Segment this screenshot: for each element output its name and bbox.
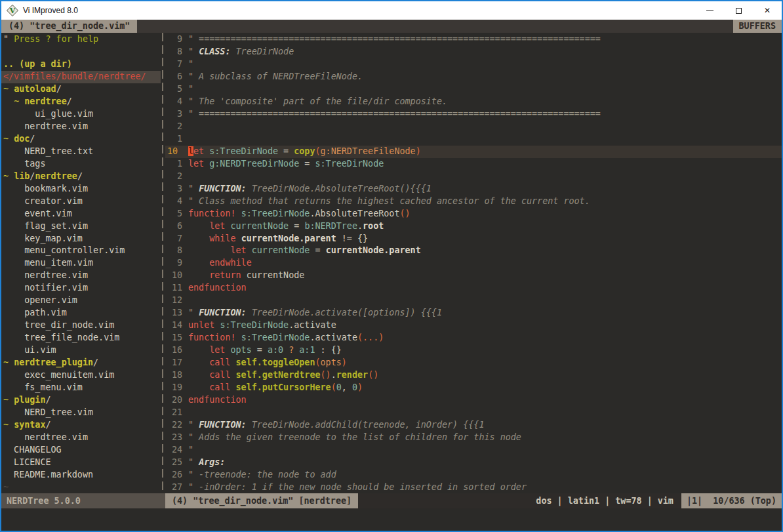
nerdtree-line[interactable]: flag_set.vim — [1, 220, 161, 233]
code-text: " — [188, 444, 193, 457]
nerdtree-line[interactable]: ~ doc/ — [1, 133, 161, 146]
code-line[interactable]: 14unlet s:TreeDirNode.activate — [165, 319, 782, 332]
nerdtree-line[interactable]: CHANGELOG — [1, 444, 161, 457]
line-number: 13 — [165, 307, 188, 319]
code-line[interactable]: 13" FUNCTION: TreeDirNode.activate([opti… — [165, 307, 782, 319]
nerdtree-line[interactable]: tree_file_node.vim — [1, 332, 161, 344]
syntax-token: " — [188, 445, 193, 455]
nerdtree-line[interactable]: menu_item.vim — [1, 257, 161, 270]
syntax-token: nerdtree — [24, 96, 67, 106]
nerdtree-line[interactable] — [1, 46, 161, 58]
code-line[interactable]: 12 — [165, 295, 782, 307]
nerdtree-line[interactable]: README.markdown — [1, 469, 161, 481]
line-number: 3 — [165, 183, 188, 195]
syntax-token — [231, 382, 236, 392]
code-line[interactable]: 2 — [165, 171, 782, 183]
code-line[interactable]: 3" =====================================… — [165, 108, 782, 121]
code-line[interactable]: 7 while currentNode.parent != {} — [165, 233, 782, 245]
syntax-token: ~ — [3, 482, 9, 492]
code-line[interactable]: 8" CLASS: TreeDirNode — [165, 46, 782, 58]
nerdtree-line[interactable]: notifier.vim — [1, 282, 161, 295]
code-line[interactable]: 24" — [165, 444, 782, 457]
nerdtree-line[interactable]: ui.vim — [1, 344, 161, 357]
code-line[interactable]: 23" Adds the given treenode to the list … — [165, 432, 782, 444]
code-line[interactable]: 9" =====================================… — [165, 33, 782, 46]
code-line[interactable]: 6 let currentNode = b:NERDTree.root — [165, 220, 782, 233]
syntax-token: ~ — [3, 358, 14, 367]
code-text — [188, 295, 193, 307]
syntax-token: ~ — [3, 84, 14, 94]
window-separator[interactable] — [161, 33, 165, 493]
syntax-token: 0 — [336, 382, 342, 392]
nerdtree-line[interactable]: tree_dir_node.vim — [1, 319, 161, 332]
code-line[interactable]: 26" -treenode: the node to add — [165, 469, 782, 481]
close-button[interactable]: ✕ — [753, 1, 782, 20]
code-text: function! s:TreeDirNode.activate(...) — [188, 332, 384, 344]
code-line[interactable]: 2 — [165, 121, 782, 133]
code-line[interactable]: 16 let opts = a:0 ? a:1 : {} — [165, 344, 782, 357]
nerdtree-line[interactable]: creator.vim — [1, 195, 161, 208]
nerdtree-line[interactable]: " Press ? for help — [1, 33, 161, 46]
nerdtree-line[interactable]: ~ nerdtree/ — [1, 96, 161, 108]
code-line[interactable]: 9 endwhile — [165, 257, 782, 270]
minimize-button[interactable] — [695, 1, 724, 20]
nerdtree-line[interactable]: exec_menuitem.vim — [1, 369, 161, 382]
code-line[interactable]: 7" — [165, 58, 782, 71]
code-line[interactable]: 20endfunction — [165, 394, 782, 407]
code-line[interactable]: 10 return currentNode — [165, 270, 782, 282]
nerdtree-line[interactable]: ~ nerdtree_plugin/ — [1, 357, 161, 369]
syntax-token: " — [188, 184, 199, 194]
titlebar[interactable]: V Vi IMproved 8.0 ✕ — [1, 1, 782, 20]
nerdtree-line[interactable]: tags — [1, 158, 161, 171]
maximize-button[interactable] — [724, 1, 753, 20]
tab-tree-dir-node-vim[interactable]: (4) "tree_dir_node.vim" — [1, 20, 137, 33]
nerdtree-line[interactable]: ~ plugin/ — [1, 394, 161, 407]
nerdtree-line[interactable]: fs_menu.vim — [1, 382, 161, 394]
nerdtree-line[interactable]: </vimfiles/bundle/nerdtree/ — [1, 71, 161, 83]
nerdtree-line[interactable]: nerdtree.vim — [1, 270, 161, 282]
code-line[interactable]: 17 call self.toggleOpen(opts) — [165, 357, 782, 369]
code-line[interactable]: 19 call self.putCursorHere(0, 0) — [165, 382, 782, 394]
buffers-label[interactable]: BUFFERS — [733, 20, 782, 33]
command-line[interactable] — [1, 508, 782, 531]
nerdtree-line[interactable]: path.vim — [1, 307, 161, 319]
nerdtree-line[interactable]: key_map.vim — [1, 233, 161, 245]
code-line[interactable]: 18 call self.getNerdtree().render() — [165, 369, 782, 382]
code-line[interactable]: 4" The 'composite' part of the file/dir … — [165, 96, 782, 108]
syntax-token — [188, 382, 209, 392]
syntax-token: root — [363, 221, 384, 231]
code-line[interactable]: 1 — [165, 133, 782, 146]
code-line[interactable]: 22" FUNCTION: TreeDirNode.addChild(treen… — [165, 419, 782, 432]
nerdtree-line[interactable]: event.vim — [1, 208, 161, 220]
code-line[interactable]: 10let s:TreeDirNode = copy(g:NERDTreeFil… — [165, 146, 782, 158]
code-line[interactable]: 1let g:NERDTreeDirNode = s:TreeDirNode — [165, 158, 782, 171]
syntax-token: s:TreeDirNode — [220, 320, 289, 330]
nerdtree-line[interactable]: bookmark.vim — [1, 183, 161, 195]
nerdtree-line[interactable]: LICENCE — [1, 457, 161, 469]
nerdtree-line[interactable]: NERD_tree.vim — [1, 407, 161, 419]
code-line[interactable]: 21 — [165, 407, 782, 419]
nerdtree-line[interactable]: menu_controller.vim — [1, 245, 161, 257]
code-line[interactable]: 3" FUNCTION: TreeDirNode.AbsoluteTreeRoo… — [165, 183, 782, 195]
nerdtree-line[interactable]: ~ autoload/ — [1, 83, 161, 96]
code-line[interactable]: 27" -inOrder: 1 if the new node should b… — [165, 481, 782, 493]
code-line[interactable]: 5" — [165, 83, 782, 96]
nerdtree-line[interactable]: opener.vim — [1, 295, 161, 307]
nerdtree-line[interactable]: ~ syntax/ — [1, 419, 161, 432]
nerdtree-line[interactable]: .. (up a dir) — [1, 58, 161, 71]
code-line[interactable]: 11endfunction — [165, 282, 782, 295]
code-line[interactable]: 4" Class method that returns the highest… — [165, 195, 782, 208]
syntax-token: nerdtree — [35, 171, 77, 181]
nerdtree-line[interactable]: ui_glue.vim — [1, 108, 161, 121]
nerdtree-line[interactable]: NERD_tree.txt — [1, 146, 161, 158]
nerdtree-line[interactable]: nerdtree.vim — [1, 432, 161, 444]
code-line[interactable]: 8 let currentNode = currentNode.parent — [165, 245, 782, 257]
code-line[interactable]: 6" A subclass of NERDTreeFileNode. — [165, 71, 782, 83]
code-line[interactable]: 25" Args: — [165, 457, 782, 469]
code-line[interactable]: 5function! s:TreeDirNode.AbsoluteTreeRoo… — [165, 208, 782, 220]
nerdtree-line[interactable]: ~ lib/nerdtree/ — [1, 171, 161, 183]
nerdtree-line[interactable]: nerdtree.vim — [1, 121, 161, 133]
syntax-token: () — [321, 370, 331, 380]
nerdtree-line[interactable]: ~ — [1, 481, 161, 493]
code-line[interactable]: 15function! s:TreeDirNode.activate(...) — [165, 332, 782, 344]
